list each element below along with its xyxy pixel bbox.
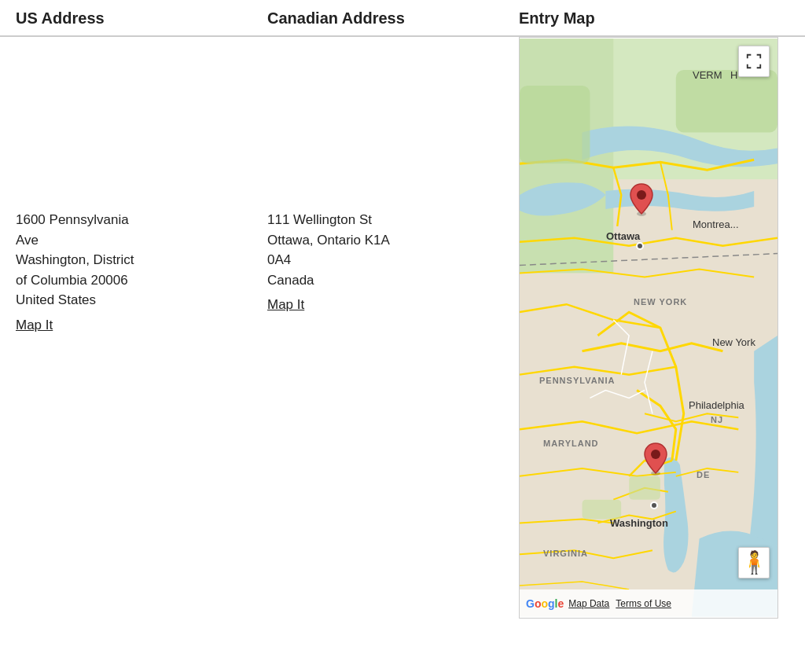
- terms-of-use-link[interactable]: Terms of Use: [616, 598, 671, 609]
- streetview-button[interactable]: 🧍: [738, 547, 770, 578]
- ca-address-header: Canadian Address: [267, 9, 519, 28]
- us-address-column: 1600 Pennsylvania Ave Washington, Distri…: [16, 37, 267, 335]
- pin-svg-ottawa: [627, 182, 656, 217]
- main-container: US Address Canadian Address Entry Map 16…: [0, 0, 805, 619]
- washington-pin: [641, 442, 670, 476]
- map-svg: [520, 38, 777, 618]
- content-row: 1600 Pennsylvania Ave Washington, Distri…: [0, 37, 805, 619]
- svg-point-8: [637, 190, 646, 200]
- map-wrapper: Ottawa Montrea... Washington NEW YORK PE…: [519, 37, 778, 619]
- pegman-icon: 🧍: [741, 552, 768, 574]
- pin-svg-washington: [641, 442, 670, 476]
- svg-point-10: [651, 450, 660, 459]
- map-footer: Google Map Data Terms of Use: [520, 589, 777, 618]
- ottawa-dot: [636, 242, 644, 250]
- map-column: Ottawa Montrea... Washington NEW YORK PE…: [519, 37, 789, 619]
- svg-rect-6: [520, 86, 590, 163]
- ca-address-column: 111 Wellington St Ottawa, Ontario K1A 0A…: [267, 37, 519, 315]
- google-logo: Google: [526, 597, 564, 610]
- svg-rect-4: [583, 500, 622, 520]
- washington-dot: [650, 501, 658, 509]
- svg-rect-3: [629, 476, 660, 500]
- map-header: Entry Map: [519, 9, 789, 28]
- header-row: US Address Canadian Address Entry Map: [0, 0, 805, 37]
- ca-address-text: 111 Wellington St Ottawa, Ontario K1A 0A…: [267, 210, 503, 290]
- svg-rect-5: [676, 70, 777, 133]
- us-address-header: US Address: [16, 9, 267, 28]
- us-address-text: 1600 Pennsylvania Ave Washington, Distri…: [16, 210, 252, 310]
- fullscreen-button[interactable]: [738, 46, 770, 77]
- map-data-link[interactable]: Map Data: [568, 598, 609, 609]
- fullscreen-icon: [745, 53, 763, 70]
- ottawa-pin: [627, 182, 656, 217]
- ca-map-it-link[interactable]: Map It: [267, 295, 304, 315]
- us-map-it-link[interactable]: Map It: [16, 315, 53, 336]
